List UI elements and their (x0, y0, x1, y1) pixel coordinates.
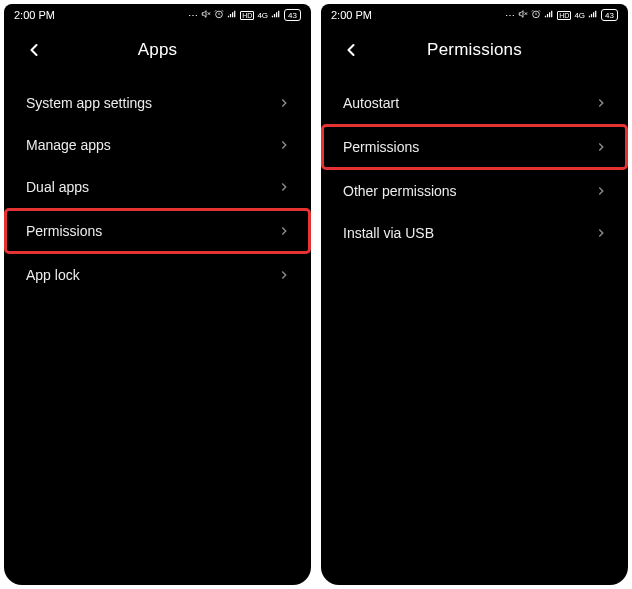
header: Permissions (321, 26, 628, 74)
status-icons: ⋯ HD 4G 43 (188, 9, 301, 21)
settings-item-install-via-usb[interactable]: Install via USB (321, 212, 628, 254)
list-item-label: Permissions (343, 139, 419, 155)
chevron-right-icon (277, 138, 291, 152)
list-item-label: System app settings (26, 95, 152, 111)
volte-icon: HD (557, 11, 571, 20)
list-item-label: Manage apps (26, 137, 111, 153)
status-time: 2:00 PM (331, 9, 372, 21)
alarm-icon (531, 9, 541, 21)
back-icon (24, 40, 44, 60)
settings-list: Autostart Permissions Other permissions … (321, 74, 628, 585)
chevron-right-icon (594, 96, 608, 110)
settings-item-manage-apps[interactable]: Manage apps (4, 124, 311, 166)
back-button[interactable] (339, 38, 363, 62)
header: Apps (4, 26, 311, 74)
settings-item-system-app[interactable]: System app settings (4, 82, 311, 124)
status-bar: 2:00 PM ⋯ HD 4G 43 (4, 4, 311, 26)
settings-item-app-lock[interactable]: App lock (4, 254, 311, 296)
phone-screen-apps: 2:00 PM ⋯ HD 4G 43 Apps Syst (4, 4, 311, 585)
volte-icon: HD (240, 11, 254, 20)
mute-icon (201, 9, 211, 21)
battery-icon: 43 (284, 9, 301, 21)
status-time: 2:00 PM (14, 9, 55, 21)
list-item-label: App lock (26, 267, 80, 283)
battery-icon: 43 (601, 9, 618, 21)
chevron-right-icon (277, 224, 291, 238)
settings-item-dual-apps[interactable]: Dual apps (4, 166, 311, 208)
signal-icon (227, 9, 237, 21)
signal2-icon (588, 9, 598, 21)
chevron-right-icon (277, 180, 291, 194)
chevron-right-icon (594, 226, 608, 240)
list-item-label: Dual apps (26, 179, 89, 195)
page-title: Permissions (337, 40, 612, 60)
alarm-icon (214, 9, 224, 21)
phone-screen-permissions: 2:00 PM ⋯ HD 4G 43 Permissions (321, 4, 628, 585)
chevron-right-icon (594, 140, 608, 154)
back-button[interactable] (22, 38, 46, 62)
settings-list: System app settings Manage apps Dual app… (4, 74, 311, 585)
network-icon: 4G (574, 11, 585, 20)
signal2-icon (271, 9, 281, 21)
chevron-right-icon (594, 184, 608, 198)
settings-item-permissions[interactable]: Permissions (4, 208, 311, 254)
status-bar: 2:00 PM ⋯ HD 4G 43 (321, 4, 628, 26)
network-icon: 4G (257, 11, 268, 20)
more-icon: ⋯ (188, 10, 198, 21)
back-icon (341, 40, 361, 60)
chevron-right-icon (277, 268, 291, 282)
status-icons: ⋯ HD 4G 43 (505, 9, 618, 21)
mute-icon (518, 9, 528, 21)
list-item-label: Install via USB (343, 225, 434, 241)
settings-item-autostart[interactable]: Autostart (321, 82, 628, 124)
settings-item-permissions[interactable]: Permissions (321, 124, 628, 170)
list-item-label: Other permissions (343, 183, 457, 199)
more-icon: ⋯ (505, 10, 515, 21)
chevron-right-icon (277, 96, 291, 110)
list-item-label: Autostart (343, 95, 399, 111)
page-title: Apps (20, 40, 295, 60)
signal-icon (544, 9, 554, 21)
list-item-label: Permissions (26, 223, 102, 239)
settings-item-other-permissions[interactable]: Other permissions (321, 170, 628, 212)
